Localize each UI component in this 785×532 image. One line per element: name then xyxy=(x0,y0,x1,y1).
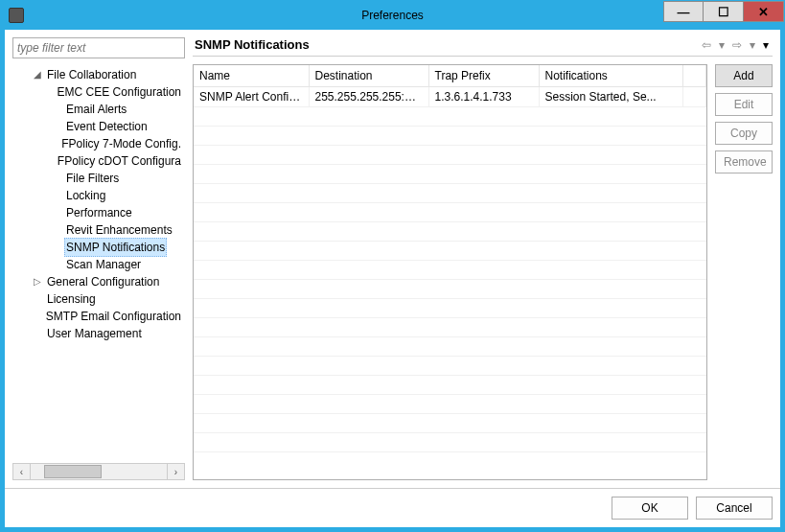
scroll-right-arrow-icon[interactable]: › xyxy=(167,464,184,479)
tree-item-label: EMC CEE Configuration xyxy=(56,83,183,101)
filter-input[interactable] xyxy=(12,37,185,58)
tree-item[interactable]: Performance xyxy=(12,204,185,221)
tree-item[interactable]: SNMP Notifications xyxy=(12,239,185,256)
tree-item[interactable]: EMC CEE Configuration xyxy=(12,83,185,101)
titlebar[interactable]: Preferences — ☐ ✕ xyxy=(1,1,784,30)
tree-item[interactable]: Event Detection xyxy=(12,118,185,135)
tree-item[interactable]: Locking xyxy=(12,187,185,204)
side-button-column: Add Edit Copy Remove xyxy=(715,64,773,480)
main-panel: SNMP Notifications ⇦ ▾ ⇨ ▾ ▾ xyxy=(193,37,773,480)
cell-name: SNMP Alert Config 1 xyxy=(194,86,309,106)
add-button[interactable]: Add xyxy=(715,64,773,87)
copy-button[interactable]: Copy xyxy=(715,122,773,145)
tree-item-label: User Management xyxy=(45,325,144,342)
tree-item-label: Performance xyxy=(64,204,134,221)
maximize-button[interactable]: ☐ xyxy=(704,1,744,22)
tree-item-label: File Filters xyxy=(64,170,121,187)
view-menu-icon[interactable]: ▾ xyxy=(761,38,771,52)
tree-item[interactable]: Revit Enhancements xyxy=(12,221,185,239)
tree-item-label: Licensing xyxy=(45,290,98,308)
cell-destination: 255.255.255.255:162 xyxy=(309,86,428,106)
notifications-table[interactable]: Name Destination Trap Prefix Notificatio… xyxy=(194,65,706,107)
close-button[interactable]: ✕ xyxy=(744,1,784,22)
col-spacer xyxy=(683,65,706,86)
cell-notifications: Session Started, Se... xyxy=(539,86,683,106)
ok-button[interactable]: OK xyxy=(612,497,688,520)
minimize-button[interactable]: — xyxy=(663,1,704,22)
maximize-icon: ☐ xyxy=(718,6,729,18)
tree-item[interactable]: ◢File Collaboration xyxy=(12,66,185,83)
col-destination[interactable]: Destination xyxy=(309,65,428,86)
nav-back-icon[interactable]: ⇦ xyxy=(700,38,713,52)
body: ◢File CollaborationEMC CEE Configuration… xyxy=(5,30,780,488)
dialog-footer: OK Cancel xyxy=(5,488,780,527)
tree-container: ◢File CollaborationEMC CEE Configuration… xyxy=(12,62,185,480)
col-notifications[interactable]: Notifications xyxy=(539,65,683,86)
tree-item[interactable]: Email Alerts xyxy=(12,101,185,118)
tree-item[interactable]: User Management xyxy=(12,325,185,342)
main-body: Name Destination Trap Prefix Notificatio… xyxy=(193,57,773,480)
tree-item[interactable]: File Filters xyxy=(12,170,185,187)
tree-item[interactable]: FPolicy 7-Mode Config. xyxy=(12,135,185,152)
preferences-window: Preferences — ☐ ✕ ◢File CollaborationEMC… xyxy=(0,0,785,532)
minimize-icon: — xyxy=(678,6,690,18)
scroll-track[interactable] xyxy=(31,464,167,479)
tree-item-label: SNMP Notifications xyxy=(64,238,167,257)
cancel-button[interactable]: Cancel xyxy=(696,497,773,520)
tree-item-label: General Configuration xyxy=(45,273,161,290)
twisty-collapsed-icon[interactable]: ▷ xyxy=(32,273,43,290)
scroll-thumb[interactable] xyxy=(44,465,102,478)
tree-item-label: Locking xyxy=(64,187,107,204)
sidebar: ◢File CollaborationEMC CEE Configuration… xyxy=(12,37,185,480)
table-row[interactable]: SNMP Alert Config 1255.255.255.255:1621.… xyxy=(194,86,706,106)
tree-item-label: Revit Enhancements xyxy=(64,221,174,239)
twisty-expanded-icon[interactable]: ◢ xyxy=(32,66,43,83)
tree-item-label: File Collaboration xyxy=(45,66,138,83)
table-header-row[interactable]: Name Destination Trap Prefix Notificatio… xyxy=(194,65,706,86)
window-border: ◢File CollaborationEMC CEE Configuration… xyxy=(1,30,784,531)
edit-button[interactable]: Edit xyxy=(715,93,773,116)
tree-item[interactable]: FPolicy cDOT Configura xyxy=(12,152,185,170)
content-area: ◢File CollaborationEMC CEE Configuration… xyxy=(5,30,780,527)
header-toolbar: ⇦ ▾ ⇨ ▾ ▾ xyxy=(700,38,771,52)
app-gear-icon xyxy=(9,8,24,23)
page-header: SNMP Notifications ⇦ ▾ ⇨ ▾ ▾ xyxy=(193,37,773,57)
cell-trap_prefix: 1.3.6.1.4.1.733 xyxy=(428,86,539,106)
tree-item[interactable]: Scan Manager xyxy=(12,256,185,273)
nav-forward-menu-icon[interactable]: ▾ xyxy=(748,38,757,52)
col-name[interactable]: Name xyxy=(194,65,309,86)
nav-back-menu-icon[interactable]: ▾ xyxy=(717,38,727,52)
tree-item-label: FPolicy 7-Mode Config. xyxy=(59,135,183,152)
nav-forward-icon[interactable]: ⇨ xyxy=(730,38,744,52)
tree-item-label: Event Detection xyxy=(64,118,150,135)
notifications-table-container: Name Destination Trap Prefix Notificatio… xyxy=(193,64,707,480)
page-title: SNMP Notifications xyxy=(195,37,310,52)
remove-button[interactable]: Remove xyxy=(715,150,773,173)
scroll-left-arrow-icon[interactable]: ‹ xyxy=(13,464,31,479)
tree-item-label: SMTP Email Configuration xyxy=(44,308,183,325)
tree-item[interactable]: Licensing xyxy=(12,290,185,308)
window-controls: — ☐ ✕ xyxy=(663,1,784,30)
table-empty-rows xyxy=(194,107,706,480)
tree-item-label: Scan Manager xyxy=(64,256,143,273)
close-icon: ✕ xyxy=(758,6,769,18)
tree-item[interactable]: SMTP Email Configuration xyxy=(12,308,185,325)
tree-item-label: FPolicy cDOT Configura xyxy=(56,152,183,170)
col-trap-prefix[interactable]: Trap Prefix xyxy=(428,65,539,86)
tree-item-label: Email Alerts xyxy=(64,101,128,118)
tree-item[interactable]: ▷General Configuration xyxy=(12,273,185,290)
tree-horizontal-scrollbar[interactable]: ‹ › xyxy=(12,463,185,480)
preferences-tree[interactable]: ◢File CollaborationEMC CEE Configuration… xyxy=(12,62,185,463)
